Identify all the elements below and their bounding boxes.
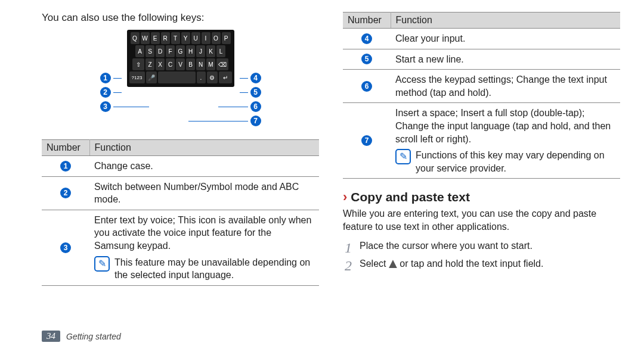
step-text: Select or tap and hold the text input fi… bbox=[360, 258, 543, 269]
row-function: Switch between Number/Symbol mode and AB… bbox=[89, 176, 319, 210]
key-v: V bbox=[176, 58, 185, 70]
callout-5: 5 bbox=[240, 87, 261, 98]
table-row: 4Clear your input. bbox=[343, 29, 620, 49]
key-r: R bbox=[161, 32, 170, 44]
space-key bbox=[158, 71, 196, 83]
table-row: 7Insert a space; Insert a full stop (dou… bbox=[343, 103, 620, 179]
key-g: G bbox=[176, 45, 185, 57]
row-number: 6 bbox=[343, 70, 391, 103]
row-function: Insert a space; Insert a full stop (doub… bbox=[391, 103, 620, 179]
note-text: Functions of this key may vary depending… bbox=[416, 149, 615, 174]
chevron-icon: › bbox=[343, 189, 347, 205]
table-row: 5Start a new line. bbox=[343, 49, 620, 70]
backspace-key: ⌫ bbox=[216, 58, 228, 70]
key-i: I bbox=[202, 32, 210, 44]
row-number: 5 bbox=[343, 49, 391, 70]
key-n: N bbox=[196, 58, 205, 70]
intro-text: You can also use the following keys: bbox=[42, 12, 319, 24]
key-a: A bbox=[135, 45, 144, 57]
note-text: This feature may be unavailable dependin… bbox=[114, 256, 314, 282]
key-e: E bbox=[151, 32, 160, 44]
table-row: 6Access the keypad settings; Change the … bbox=[343, 70, 620, 103]
key-p: P bbox=[222, 32, 231, 44]
key-j: J bbox=[196, 45, 205, 57]
footer-section: Getting started bbox=[66, 332, 121, 341]
row-number: 7 bbox=[343, 103, 391, 179]
section-body: While you are entering text, you can use… bbox=[343, 207, 620, 233]
step-number: 2 bbox=[343, 258, 354, 273]
key-q: Q bbox=[131, 32, 140, 44]
key-b: B bbox=[186, 58, 195, 70]
callout-7: 7 bbox=[188, 116, 261, 126]
step-2: 2 Select or tap and hold the text input … bbox=[343, 258, 620, 273]
note-icon: ✎ bbox=[395, 149, 411, 164]
key-h: H bbox=[186, 45, 195, 57]
key-y: Y bbox=[181, 32, 190, 44]
key-k: K bbox=[206, 45, 215, 57]
table-row: 1Change case. bbox=[42, 156, 319, 177]
mode-key: ?123 bbox=[129, 71, 145, 83]
col-function: Function bbox=[89, 140, 319, 156]
note: ✎Functions of this key may vary dependin… bbox=[395, 149, 615, 174]
col-function: Function bbox=[391, 13, 620, 29]
row-function: Change case. bbox=[89, 156, 319, 177]
right-column: Number Function 4Clear your input.5Start… bbox=[343, 12, 620, 343]
shift-key: ⇧ bbox=[132, 58, 144, 70]
functions-table-left: Number Function 1Change case.2Switch bet… bbox=[42, 139, 319, 286]
section-title: Copy and paste text bbox=[351, 190, 470, 204]
key-l: L bbox=[216, 45, 225, 57]
table-row: 3Enter text by voice; This icon is avail… bbox=[42, 210, 319, 285]
functions-table-right: Number Function 4Clear your input.5Start… bbox=[343, 12, 620, 179]
step-text: Place the cursor where you want to start… bbox=[360, 241, 532, 251]
row-number: 1 bbox=[42, 156, 89, 177]
callout-4: 4 bbox=[240, 73, 261, 83]
enter-key: ↵ bbox=[219, 71, 232, 83]
text-select-icon bbox=[389, 260, 397, 268]
key-f: F bbox=[166, 45, 175, 57]
page-footer: 34 Getting started bbox=[42, 331, 121, 342]
onscreen-keyboard: QWERTYUIOP ASDFGHJKL ⇧ ZXCVBNM ⌫ ?123 🎤 … bbox=[127, 30, 234, 87]
step-1: 1 Place the cursor where you want to sta… bbox=[343, 241, 620, 255]
key-o: O bbox=[212, 32, 221, 44]
key-t: T bbox=[171, 32, 180, 44]
step-number: 1 bbox=[343, 241, 354, 255]
key-s: S bbox=[145, 45, 154, 57]
callout-1: 1 bbox=[100, 73, 122, 83]
row-number: 2 bbox=[42, 176, 89, 210]
key-m: M bbox=[206, 58, 215, 70]
key-d: D bbox=[156, 45, 165, 57]
left-column: You can also use the following keys: QWE… bbox=[42, 12, 319, 343]
section-heading: › Copy and paste text bbox=[343, 189, 620, 205]
key-w: W bbox=[141, 32, 150, 44]
gear-key: ⚙ bbox=[207, 71, 218, 83]
key-x: X bbox=[156, 58, 165, 70]
callout-3: 3 bbox=[100, 101, 149, 112]
note-icon: ✎ bbox=[94, 256, 110, 272]
row-number: 4 bbox=[343, 29, 391, 49]
manual-page: You can also use the following keys: QWE… bbox=[0, 0, 644, 349]
row-function: Enter text by voice; This icon is availa… bbox=[89, 210, 319, 285]
row-function: Start a new line. bbox=[391, 49, 620, 70]
callout-2: 2 bbox=[100, 87, 122, 98]
key-c: C bbox=[166, 58, 175, 70]
col-number: Number bbox=[343, 13, 391, 29]
page-number: 34 bbox=[42, 331, 60, 342]
mic-key: 🎤 bbox=[146, 71, 157, 83]
keyboard-illustration: QWERTYUIOP ASDFGHJKL ⇧ ZXCVBNM ⌫ ?123 🎤 … bbox=[42, 30, 319, 131]
row-number: 3 bbox=[42, 210, 89, 285]
callout-6: 6 bbox=[218, 101, 261, 112]
row-function: Clear your input. bbox=[391, 29, 620, 49]
key-z: Z bbox=[145, 58, 154, 70]
note: ✎This feature may be unavailable dependi… bbox=[94, 256, 314, 282]
row-function: Access the keypad settings; Change the t… bbox=[391, 70, 620, 103]
table-row: 2Switch between Number/Symbol mode and A… bbox=[42, 176, 319, 210]
dot-key: . bbox=[197, 71, 206, 83]
col-number: Number bbox=[42, 140, 89, 156]
key-u: U bbox=[191, 32, 200, 44]
